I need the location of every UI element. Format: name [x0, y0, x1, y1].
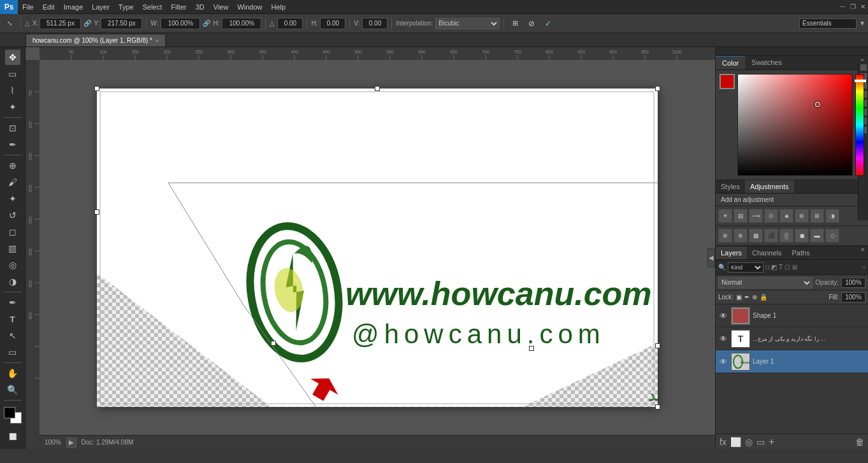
panel-sidebar-icon-1[interactable]: [860, 64, 867, 71]
add-link-style-icon[interactable]: fx: [720, 437, 727, 447]
lock-position-icon[interactable]: ✒: [744, 294, 749, 301]
filter-shape-icon[interactable]: ⬡: [785, 264, 790, 271]
transform-handle-tr[interactable]: [655, 86, 660, 91]
layers-panel-menu[interactable]: ≡: [861, 246, 868, 259]
menu-file[interactable]: File: [18, 2, 38, 12]
adj-curves[interactable]: ⟿: [749, 209, 763, 223]
dodge-tool[interactable]: ◑: [5, 274, 20, 289]
adj-levels[interactable]: ▤: [734, 209, 748, 223]
layer-row-text[interactable]: 👁 T ...را نگه دارید و یکی از مرع Ctrl: [716, 327, 868, 350]
rotate-input[interactable]: [277, 18, 303, 29]
blur-tool[interactable]: ◎: [5, 257, 20, 273]
transform-handle-bc[interactable]: [529, 346, 534, 351]
adj-photofilter[interactable]: ⊗: [718, 229, 732, 243]
adj-colorbalance[interactable]: ⊞: [810, 209, 824, 223]
close-button[interactable]: ✕: [858, 0, 868, 14]
filter-smart-icon[interactable]: ⊞: [792, 264, 797, 271]
warp-icon[interactable]: ⊞: [508, 17, 522, 31]
path-select-tool[interactable]: ↖: [5, 328, 20, 343]
menu-layer[interactable]: Layer: [87, 2, 114, 12]
filter-toggle[interactable]: ○: [862, 264, 865, 271]
crop-tool[interactable]: ⊡: [5, 120, 20, 136]
eraser-tool[interactable]: ◻: [5, 224, 20, 239]
new-fill-icon[interactable]: ◎: [745, 437, 753, 447]
transform-handle-ml[interactable]: [94, 210, 99, 215]
tab-channels[interactable]: Channels: [747, 246, 786, 259]
transform-handle-tl[interactable]: [94, 86, 99, 91]
y-input[interactable]: [101, 18, 142, 29]
adj-posterize[interactable]: ▒: [779, 229, 793, 243]
filter-pixel-icon[interactable]: □: [765, 264, 769, 271]
h-input[interactable]: [222, 18, 261, 29]
add-mask-icon[interactable]: ⬜: [730, 437, 741, 447]
adj-channelmix[interactable]: ⊕: [734, 229, 748, 243]
adj-colorlookup[interactable]: ▦: [749, 229, 763, 243]
layer-visibility-layer1[interactable]: 👁: [718, 357, 728, 367]
brush-tool[interactable]: 🖌: [5, 175, 20, 190]
lasso-tool[interactable]: ⌇: [5, 83, 20, 98]
fg-color-box[interactable]: [720, 74, 735, 89]
restore-button[interactable]: ❐: [848, 0, 858, 14]
minimize-button[interactable]: ─: [837, 0, 848, 14]
quick-mask-button[interactable]: ⬜: [5, 429, 20, 444]
adj-invert[interactable]: ⬛: [764, 229, 778, 243]
v-skew-input[interactable]: [362, 18, 387, 29]
hue-bar[interactable]: [855, 74, 864, 176]
color-gradient-picker[interactable]: [737, 74, 853, 176]
delete-layer-icon[interactable]: 🗑: [855, 437, 864, 447]
move-tool[interactable]: ✥: [5, 50, 20, 65]
adj-exposure[interactable]: ⊙: [764, 209, 778, 223]
opacity-input[interactable]: [841, 278, 865, 288]
layer-row-layer1[interactable]: 👁 hcnu: [716, 350, 868, 373]
tab-paths[interactable]: Paths: [787, 246, 815, 259]
menu-image[interactable]: Image: [59, 2, 88, 12]
shape-tool[interactable]: ▭: [5, 345, 20, 360]
filter-adjust-icon[interactable]: ◩: [771, 264, 777, 271]
h-skew-input[interactable]: [320, 18, 345, 29]
tab-swatches[interactable]: Swatches: [745, 56, 788, 69]
tab-adjustments[interactable]: Adjustments: [745, 180, 794, 193]
blend-mode-select[interactable]: Normal Dissolve Multiply Screen Overlay: [718, 277, 813, 288]
lock-pixels-icon[interactable]: ▣: [736, 294, 742, 301]
marquee-tool[interactable]: ▭: [5, 66, 20, 82]
pen-tool[interactable]: ✒: [5, 295, 20, 310]
type-tool[interactable]: T: [5, 311, 20, 327]
x-input[interactable]: [40, 18, 81, 29]
document-tab[interactable]: howcanu.com @ 100% (Layer 1, RGB/8) * ×: [25, 34, 166, 46]
lock-all-icon[interactable]: 🔒: [760, 294, 767, 301]
menu-view[interactable]: View: [209, 2, 233, 12]
menu-3d[interactable]: 3D: [191, 2, 209, 12]
adj-selectivecolor[interactable]: ◇: [825, 229, 839, 243]
zoom-tool[interactable]: 🔍: [5, 382, 20, 397]
hand-tool[interactable]: ✋: [5, 366, 20, 381]
menu-window[interactable]: Window: [233, 2, 266, 12]
layer-visibility-text[interactable]: 👁: [718, 334, 728, 344]
transform-handle-br[interactable]: [655, 404, 660, 410]
new-group-icon[interactable]: ▭: [756, 437, 765, 447]
clone-stamp-tool[interactable]: ✦: [5, 191, 20, 206]
new-layer-icon[interactable]: +: [769, 436, 774, 448]
spot-heal-tool[interactable]: ⊕: [5, 158, 20, 173]
transform-handle-tc[interactable]: [375, 86, 380, 91]
layer-row-shape1[interactable]: 👁 Shape 1: [716, 304, 868, 327]
adj-threshold[interactable]: ◼: [795, 229, 809, 243]
transform-handle-bl[interactable]: [271, 341, 276, 346]
layer-filter-select[interactable]: Kind Name Effect Mode Attribute Color: [728, 262, 763, 273]
confirm-transform-button[interactable]: ✓: [541, 17, 555, 31]
menu-filter[interactable]: Filter: [166, 2, 191, 12]
menu-type[interactable]: Type: [114, 2, 138, 12]
lock-move-icon[interactable]: ⊕: [752, 294, 757, 301]
gradient-tool[interactable]: ▥: [5, 241, 20, 256]
adj-bw[interactable]: ◑: [825, 209, 839, 223]
fill-input[interactable]: [841, 292, 865, 303]
menu-edit[interactable]: Edit: [38, 2, 59, 12]
tab-layers[interactable]: Layers: [716, 246, 747, 259]
tab-color[interactable]: Color: [716, 56, 745, 69]
magic-wand-tool[interactable]: ✦: [5, 99, 20, 115]
interpolation-select[interactable]: Bicubic Bilinear Nearest Neighbor: [435, 18, 500, 29]
adj-gradientmap[interactable]: ▬: [810, 229, 824, 243]
transform-handle-mr[interactable]: [655, 343, 660, 348]
eyedropper-tool[interactable]: ✒: [5, 137, 20, 152]
panel-collapse-button[interactable]: ◀: [707, 248, 715, 267]
layer-visibility-shape1[interactable]: 👁: [718, 311, 728, 321]
